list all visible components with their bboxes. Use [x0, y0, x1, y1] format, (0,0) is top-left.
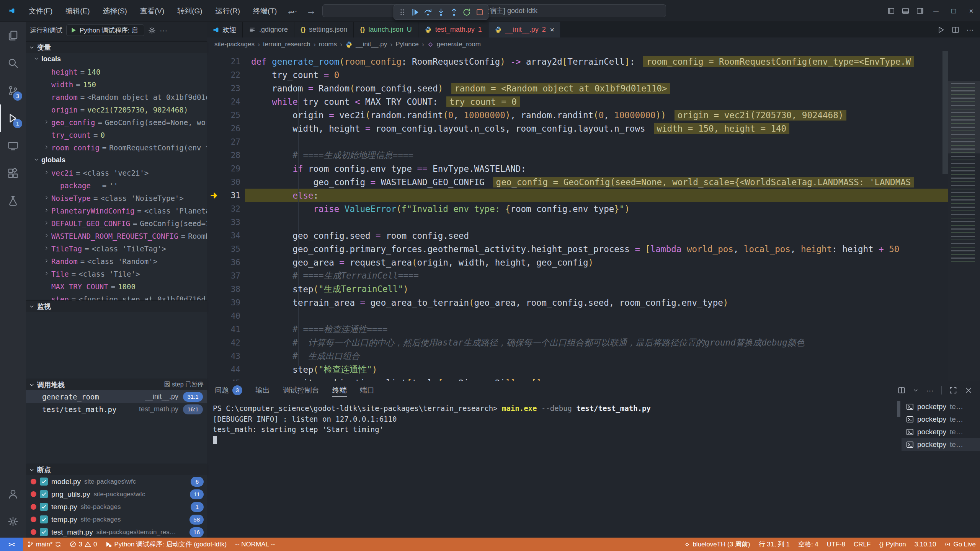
panel-tab-输出[interactable]: 输出: [255, 381, 270, 399]
variable-row[interactable]: MAX_TRY_COUNT=1000: [26, 280, 207, 293]
code-line-23[interactable]: 23 random = Random(room_config.seed)rand…: [207, 82, 948, 95]
panel-tab-端口[interactable]: 端口: [360, 381, 374, 399]
step-into-icon[interactable]: [436, 7, 446, 18]
menu-查看V[interactable]: 查看(V): [134, 3, 171, 19]
activitybar-extensions[interactable]: [0, 160, 26, 187]
code-line-44[interactable]: 44 step("检查连通性"): [207, 363, 948, 376]
code-line-22[interactable]: 22 try_count = 0: [207, 68, 948, 82]
toggle-secondary-sidebar-icon[interactable]: [913, 0, 927, 22]
python-version-status[interactable]: 3.10.10: [910, 538, 941, 551]
close-panel-icon[interactable]: [965, 386, 972, 394]
panel-tab-问题[interactable]: 问题3: [214, 381, 242, 399]
variable-row[interactable]: geo_config=GeoConfig(seed=None, wor…: [26, 116, 207, 129]
restart-icon[interactable]: [462, 7, 472, 18]
breadcrumb-item[interactable]: rooms: [319, 41, 337, 48]
toggle-panel-icon[interactable]: [898, 0, 913, 22]
menu-文件F[interactable]: 文件(F): [22, 3, 59, 19]
variable-row[interactable]: try_count=0: [26, 129, 207, 141]
code-line-21[interactable]: 21def generate_room(room_config: RoomReq…: [207, 55, 948, 68]
code-line-39[interactable]: 39 terrain_area = geo_area_to_terrain(ge…: [207, 296, 948, 309]
run-file-icon[interactable]: [937, 26, 945, 34]
variable-row[interactable]: __package__='': [26, 179, 207, 192]
code-line-37[interactable]: 37 # ====生成TerrainCell====: [207, 269, 948, 282]
code-line-40[interactable]: 40: [207, 309, 948, 323]
variable-row[interactable]: WASTELAND_ROOM_REQUEST_CONFIG=RoomR…: [26, 230, 207, 242]
code-line-25[interactable]: 25 origin = vec2i(random.randint(0, 1000…: [207, 108, 948, 122]
code-line-42[interactable]: 42 # 计算每一个出口的中心，然后使用astar生成路径，确保每一个出口组合都…: [207, 336, 948, 349]
panel-tab-终端[interactable]: 终端: [332, 381, 347, 399]
launch-config-picker[interactable]: Python 调试程序: 启: [66, 24, 144, 36]
stack-frame[interactable]: test/test_math.pytest_math.py16:1: [26, 403, 207, 416]
split-editor-icon[interactable]: [952, 26, 959, 34]
code-line-20[interactable]: 20: [207, 51, 948, 55]
continue-icon[interactable]: [410, 7, 421, 18]
breakpoint-row[interactable]: model.pysite-packages\wfc6: [26, 475, 207, 488]
language-status[interactable]: {}Python: [875, 538, 910, 551]
activitybar-testing[interactable]: [0, 187, 26, 215]
terminal-output[interactable]: PS C:\computer_science\godot-ldtk\site-p…: [213, 403, 894, 445]
tab-settings.json[interactable]: {}settings.json: [294, 22, 354, 37]
tab-test_math.py[interactable]: test_math.py1: [418, 22, 488, 37]
cursor-position-status[interactable]: 行 31, 列 1: [755, 538, 794, 551]
variable-row[interactable]: width=150: [26, 78, 207, 91]
variable-row[interactable]: PlanetaryWindConfig=<class 'Planeta…: [26, 204, 207, 217]
maximize-panel-icon[interactable]: [949, 386, 957, 394]
panel-tab-调试控制台[interactable]: 调试控制台: [283, 381, 319, 399]
code-line-34[interactable]: 34 geo_config.seed = room_config.seed: [207, 229, 948, 242]
breakpoint-checkbox[interactable]: [40, 528, 48, 536]
variable-row[interactable]: Random=<class 'Random'>: [26, 255, 207, 267]
activitybar-source-control[interactable]: 3: [0, 77, 26, 104]
breakpoint-row[interactable]: temp.pysite-packages1: [26, 500, 207, 513]
menu-转到G[interactable]: 转到(G): [171, 3, 209, 19]
code-line-24[interactable]: 24 while try_count < MAX_TRY_COUNT:try_c…: [207, 95, 948, 108]
indentation-status[interactable]: 空格: 4: [794, 538, 823, 551]
code-line-28[interactable]: 28 # ====生成初始地理信息====: [207, 148, 948, 162]
toggle-sidebar-icon[interactable]: [884, 0, 898, 22]
variable-row[interactable]: origin=vec2i(7205730, 9024468): [26, 103, 207, 116]
breakpoint-row[interactable]: test_math.pysite-packages\terrain_res…16: [26, 526, 207, 538]
breakpoints-section-header[interactable]: 断点: [26, 464, 207, 475]
variable-row[interactable]: DEFAULT_GEO_CONFIG=GeoConfig(seed=1…: [26, 217, 207, 230]
eol-status[interactable]: CRLF: [849, 538, 875, 551]
breakpoint-row[interactable]: temp.pysite-packages58: [26, 513, 207, 526]
nav-forward-button[interactable]: →: [306, 5, 316, 17]
code-line-26[interactable]: 26 width, height = room_config.layout.n_…: [207, 122, 948, 135]
terminal-list-scrollbar[interactable]: [897, 401, 900, 417]
remote-indicator[interactable]: ><: [0, 538, 23, 551]
variables-section-header[interactable]: 变量: [26, 41, 207, 53]
terminal-instance[interactable]: pocketpyte…: [902, 400, 980, 413]
menu-终端T[interactable]: 终端(T): [247, 3, 283, 19]
tab-.gdignore[interactable]: .gdignore: [243, 22, 294, 37]
drag-handle-icon[interactable]: [397, 7, 408, 18]
breadcrumb-item[interactable]: Pylance: [395, 41, 418, 48]
variable-scope-locals[interactable]: locals: [26, 53, 207, 65]
maximize-button[interactable]: □: [945, 0, 962, 22]
variable-scope-globals[interactable]: globals: [26, 154, 207, 166]
step-over-icon[interactable]: [423, 7, 433, 18]
minimize-button[interactable]: ─: [927, 0, 945, 22]
breakpoint-row[interactable]: png_utils.pysite-packages\wfc11: [26, 488, 207, 500]
callstack-section-header[interactable]: 调用堆栈因 step 已暂停: [26, 379, 207, 390]
terminal-instance[interactable]: pocketpyte…: [902, 425, 980, 438]
tab-__init__.py[interactable]: __init__.py2×: [488, 22, 561, 37]
code-line-35[interactable]: 35 geo_config.primary_forces.geothermal_…: [207, 242, 948, 256]
code-line-45[interactable]: 45 exit_combinations:list[tuple[vec2i, v…: [207, 376, 948, 381]
activitybar-run-debug[interactable]: 1: [0, 104, 26, 132]
minimap[interactable]: [948, 81, 980, 381]
activitybar-remote-explorer[interactable]: [0, 132, 26, 160]
variable-row[interactable]: step=<function step at 0x1bf8d716d…: [26, 293, 207, 300]
breakpoint-checkbox[interactable]: [40, 515, 48, 523]
chevron-down-icon[interactable]: [913, 388, 918, 393]
step-out-icon[interactable]: [449, 7, 459, 18]
activitybar-account[interactable]: [0, 480, 26, 508]
breakpoint-checkbox[interactable]: [40, 503, 48, 511]
problems-status[interactable]: 30: [65, 538, 101, 551]
variable-row[interactable]: room_config=RoomRequestConfig(env_t…: [26, 141, 207, 154]
variable-row[interactable]: TileTag=<class 'TileTag'>: [26, 242, 207, 255]
code-line-38[interactable]: 38 step("生成TerrainCell"): [207, 282, 948, 296]
editor-scrollbar[interactable]: [942, 51, 948, 174]
code-editor[interactable]: 2021def generate_room(room_config: RoomR…: [207, 51, 980, 381]
menu-选择S[interactable]: 选择(S): [96, 3, 134, 19]
variable-row[interactable]: random=<Random object at 0x1bf9d01e…: [26, 91, 207, 103]
variable-row[interactable]: Tile=<class 'Tile'>: [26, 267, 207, 280]
